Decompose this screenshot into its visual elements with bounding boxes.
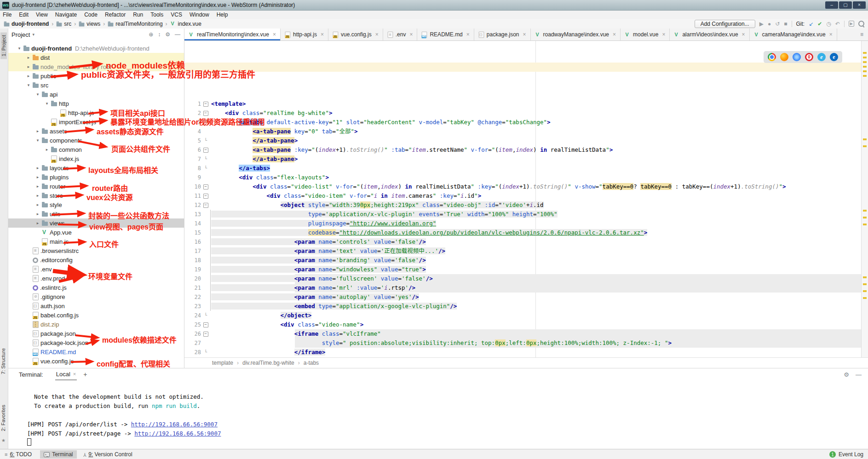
firefox-icon[interactable]	[780, 53, 788, 61]
menu-item-window[interactable]: Window	[186, 11, 213, 18]
chevron-right-icon[interactable]: ▸	[34, 221, 42, 225]
close-tab-icon[interactable]: ×	[613, 31, 616, 38]
chevron-right-icon[interactable]: ▸	[34, 193, 42, 198]
code-line-26[interactable]: 26− <iframe class="vlcIframe"	[184, 329, 868, 339]
tree-item-public[interactable]: ▸public	[8, 71, 184, 80]
code-line-5[interactable]: 5└ </a-tab-pane>	[184, 136, 868, 145]
gear-icon[interactable]: ⚙	[844, 371, 849, 378]
tree-item-assets[interactable]: ▸assets	[8, 126, 184, 136]
close-tab-icon[interactable]: ×	[375, 31, 379, 38]
git-update-icon[interactable]: ↙	[809, 21, 813, 27]
close-icon[interactable]: ×	[853, 1, 866, 9]
menu-item-file[interactable]: File	[0, 11, 15, 18]
code-line-11[interactable]: 11− <div class="video-item" v-for="i in …	[184, 191, 868, 201]
edge-icon[interactable]: e	[830, 53, 838, 61]
chevron-right-icon[interactable]: ▸	[43, 147, 51, 152]
tree-item-components[interactable]: ▾components	[8, 136, 184, 145]
tree-item-.eslintrc.js[interactable]: .eslintrc.js	[8, 283, 184, 292]
chevron-down-icon[interactable]: ▾	[15, 46, 23, 51]
editor-tab-model.vue[interactable]: model.vue×	[621, 29, 670, 40]
chevron-down-icon[interactable]: ▾	[34, 92, 42, 97]
tree-item-common[interactable]: ▸common	[8, 145, 184, 154]
warning-stripe-mark[interactable]	[863, 61, 867, 63]
tree-item-store[interactable]: ▸store	[8, 191, 184, 200]
safari-icon[interactable]	[793, 53, 801, 61]
warning-stripe-mark[interactable]	[863, 75, 867, 77]
code-line-18[interactable]: 18 <param name='branding' value='false'/…	[184, 256, 868, 265]
minimize-icon[interactable]: –	[825, 1, 838, 9]
run-icon[interactable]: ▶	[759, 21, 764, 27]
breadcrumb-item[interactable]: src	[56, 21, 71, 27]
stop-icon[interactable]: ■	[784, 21, 787, 27]
stripe-structure-button[interactable]: 7: Structure	[0, 348, 6, 374]
code-line-29[interactable]: 29 {{item.streetName}} {{i.name}}	[184, 357, 868, 357]
search-everywhere-icon[interactable]	[858, 21, 864, 27]
new-terminal-icon[interactable]: +	[83, 371, 87, 378]
code-line-27[interactable]: 27 style=" position:absolute;visibility:…	[184, 339, 868, 348]
terminal-tab-local[interactable]: Local×	[55, 369, 77, 380]
tree-item-.editorconfig[interactable]: .editorconfig	[8, 255, 184, 264]
code-line-15[interactable]: 15 codebase="http://downloads.videolan.o…	[184, 228, 868, 237]
code-area[interactable]: 1−<template>2− <div class="realTime bg-w…	[184, 41, 868, 357]
error-stripe-scrollbar[interactable]	[861, 41, 868, 357]
ie-icon[interactable]: e	[817, 53, 826, 61]
code-line-7[interactable]: 7└ </a-tab-pane>	[184, 155, 868, 164]
breadcrumb-item[interactable]: realTimeMonitoring	[108, 21, 162, 27]
chevron-down-icon[interactable]: ▾	[24, 83, 33, 87]
event-log[interactable]: 1 Event Log	[829, 451, 863, 458]
chevron-right-icon[interactable]: ▸	[34, 166, 42, 170]
history-icon[interactable]: ◷	[826, 21, 831, 27]
editor-tab-cameraManage-index.vue[interactable]: cameraManage\index.vue×	[750, 29, 837, 40]
warning-stripe-mark[interactable]	[863, 297, 867, 299]
editor-tab-package.json[interactable]: package.json×	[474, 29, 531, 40]
warning-stripe-mark[interactable]	[863, 217, 867, 218]
warning-stripe-mark[interactable]	[863, 276, 867, 278]
code-line-25[interactable]: 25− <div class="video-name">	[184, 320, 868, 329]
tree-item-duoji-frontend[interactable]: ▾duoji-frontendD:\zheheWeb\duoji-fronten…	[8, 44, 184, 53]
add-configuration-button[interactable]: Add Configuration...	[695, 20, 755, 28]
chevron-right-icon[interactable]: ▸	[24, 64, 33, 69]
code-line-3[interactable]: 3− <a-tabs default-active-key="1" slot="…	[184, 118, 868, 127]
tree-item-plugins[interactable]: ▸plugins	[8, 172, 184, 182]
tree-item-.browserslistrc[interactable]: .browserslistrc	[8, 246, 184, 255]
tree-item-babel.config.js[interactable]: babel.config.js	[8, 310, 184, 320]
close-icon[interactable]: ×	[73, 371, 76, 377]
editor-tab-http-api.js[interactable]: http-api.js×	[281, 29, 328, 40]
chrome-icon[interactable]	[768, 53, 776, 61]
tree-item-api[interactable]: ▾api	[8, 90, 184, 99]
editor-tab-options-icon[interactable]: ≡	[856, 29, 868, 40]
close-tab-icon[interactable]: ×	[466, 31, 470, 38]
code-line-23[interactable]: 23 <embed type="application/x-google-vlc…	[184, 302, 868, 311]
warning-stripe-mark[interactable]	[863, 145, 867, 147]
tree-item-http-api.js[interactable]: http-api.js	[8, 108, 184, 117]
locate-file-icon[interactable]: ⊕	[149, 31, 153, 38]
git-commit-icon[interactable]: ✔	[817, 21, 822, 27]
close-tab-icon[interactable]: ×	[523, 31, 526, 38]
warning-stripe-mark[interactable]	[863, 52, 867, 54]
code-line-19[interactable]: 19 <param name="windowless" value="true"…	[184, 265, 868, 274]
terminal-cursor-line[interactable]	[27, 438, 868, 448]
maximize-icon[interactable]: ▢	[839, 1, 852, 9]
tree-item-index.js[interactable]: index.js	[8, 154, 184, 163]
code-line-12[interactable]: 12− <object style="width:390px;height:21…	[184, 201, 868, 210]
tree-item-.env.prod[interactable]: .env.prod	[8, 274, 184, 283]
close-tab-icon[interactable]: ×	[829, 31, 833, 38]
menu-item-navigate[interactable]: Navigate	[52, 11, 80, 18]
tree-item-node_modules[interactable]: ▸node_moduleslibrary root	[8, 62, 184, 71]
code-line-1[interactable]: 1−<template>	[184, 99, 868, 109]
warning-stripe-mark[interactable]	[863, 290, 867, 292]
stripe-favorites-button[interactable]: 2: Favorites	[0, 405, 6, 431]
chevron-right-icon[interactable]: ▸	[34, 184, 42, 189]
warning-stripe-mark[interactable]	[863, 138, 867, 140]
code-line-21[interactable]: 21 <param name='mrl' :value='i.rtsp'/>	[184, 283, 868, 293]
breadcrumb-item[interactable]: views	[79, 21, 100, 27]
project-panel-title[interactable]: Project	[11, 31, 30, 38]
gear-icon[interactable]: ⚙	[165, 31, 170, 38]
tree-item-layouts[interactable]: ▸layouts	[8, 163, 184, 172]
editor-tab-realTimeMonitoring-index.vue[interactable]: realTimeMonitoring\index.vue×	[184, 29, 281, 40]
code-line-6[interactable]: 6− <a-tab-pane :key="(index+1).toString(…	[184, 145, 868, 155]
chevron-down-icon[interactable]: ▾	[32, 32, 34, 37]
tree-item-router[interactable]: ▸router	[8, 182, 184, 191]
close-tab-icon[interactable]: ×	[662, 31, 665, 38]
code-line-2[interactable]: 2− <div class="realTime bg-white">	[184, 109, 868, 118]
